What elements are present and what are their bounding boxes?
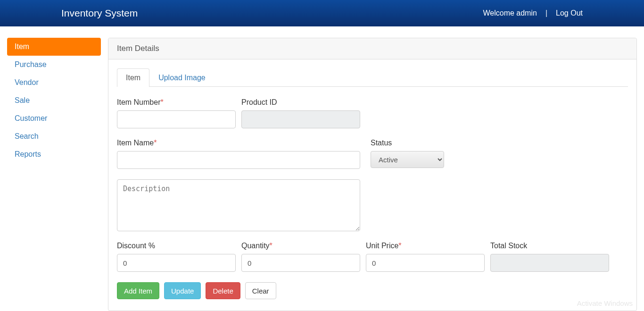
sidebar-item-sale[interactable]: Sale xyxy=(7,92,101,109)
field-item-name: Item Name* xyxy=(117,139,360,169)
logout-link[interactable]: Log Out xyxy=(556,9,583,17)
label-quantity: Quantity* xyxy=(241,242,360,250)
required-marker: * xyxy=(270,242,272,250)
label-discount: Discount % xyxy=(117,242,236,250)
required-marker: * xyxy=(160,98,163,106)
label-product-id: Product ID xyxy=(241,98,360,107)
field-discount: Discount % xyxy=(117,242,236,272)
discount-input[interactable] xyxy=(117,254,236,272)
add-item-button[interactable]: Add Item xyxy=(117,282,159,299)
field-quantity: Quantity* xyxy=(241,242,360,272)
field-product-id: Product ID xyxy=(241,98,360,128)
tab-upload-image[interactable]: Upload Image xyxy=(149,68,215,87)
sidebar-item-label: Reports xyxy=(7,145,101,163)
welcome-text: Welcome admin xyxy=(483,9,537,17)
field-total-stock: Total Stock xyxy=(490,242,609,272)
label-text: Item Name xyxy=(117,139,154,147)
required-marker: * xyxy=(154,139,157,147)
sidebar-item-purchase[interactable]: Purchase xyxy=(7,56,101,74)
item-number-input[interactable] xyxy=(117,110,236,128)
navbar: Inventory System Welcome admin | Log Out xyxy=(0,0,644,26)
sidebar-item-label: Purchase xyxy=(7,56,101,74)
main-content: Item Details Item Upload Image Item Numb… xyxy=(101,38,644,311)
action-buttons: Add Item Update Delete Clear xyxy=(117,282,628,299)
label-total-stock: Total Stock xyxy=(490,242,609,250)
app-brand[interactable]: Inventory System xyxy=(61,8,138,19)
sidebar: Item Purchase Vendor Sale Customer Searc… xyxy=(0,38,101,311)
panel-title: Item Details xyxy=(108,38,636,59)
unit-price-input[interactable] xyxy=(366,254,485,272)
navbar-right: Welcome admin | Log Out xyxy=(483,9,583,17)
sidebar-item-customer[interactable]: Customer xyxy=(7,109,101,127)
sidebar-item-label: Vendor xyxy=(7,74,101,92)
sidebar-item-label: Customer xyxy=(7,109,101,127)
field-item-number: Item Number* xyxy=(117,98,236,128)
field-status: Status Active xyxy=(371,139,444,169)
required-marker: * xyxy=(398,242,401,250)
label-item-name: Item Name* xyxy=(117,139,360,147)
product-id-input xyxy=(241,110,360,128)
tabs: Item Upload Image xyxy=(117,68,628,87)
status-select[interactable]: Active xyxy=(371,151,444,168)
sidebar-item-label: Item xyxy=(7,38,101,56)
sidebar-item-search[interactable]: Search xyxy=(7,127,101,145)
description-textarea[interactable] xyxy=(117,179,360,231)
sidebar-item-label: Sale xyxy=(7,92,101,109)
label-unit-price: Unit Price* xyxy=(366,242,485,250)
tab-item[interactable]: Item xyxy=(117,68,149,87)
label-status: Status xyxy=(371,139,444,147)
label-text: Quantity xyxy=(241,242,270,250)
update-button[interactable]: Update xyxy=(164,282,201,299)
field-unit-price: Unit Price* xyxy=(366,242,485,272)
label-text: Unit Price xyxy=(366,242,398,250)
item-name-input[interactable] xyxy=(117,151,360,169)
navbar-separator: | xyxy=(545,9,547,17)
quantity-input[interactable] xyxy=(241,254,360,272)
sidebar-item-item[interactable]: Item xyxy=(7,38,101,56)
sidebar-item-reports[interactable]: Reports xyxy=(7,145,101,163)
sidebar-item-label: Search xyxy=(7,127,101,145)
total-stock-input xyxy=(490,254,609,272)
item-details-panel: Item Details Item Upload Image Item Numb… xyxy=(108,38,637,311)
label-text: Item Number xyxy=(117,98,160,106)
field-description xyxy=(117,179,360,231)
label-item-number: Item Number* xyxy=(117,98,236,107)
delete-button[interactable]: Delete xyxy=(206,282,240,299)
clear-button[interactable]: Clear xyxy=(245,282,276,299)
sidebar-item-vendor[interactable]: Vendor xyxy=(7,74,101,92)
